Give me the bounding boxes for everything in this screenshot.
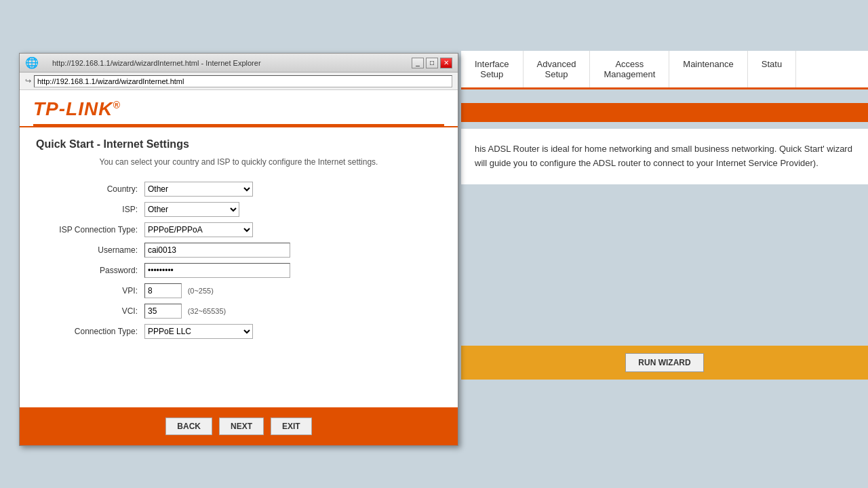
- username-input[interactable]: [144, 243, 290, 258]
- isp-connection-label: ISP Connection Type:: [36, 220, 144, 240]
- vci-input[interactable]: [144, 304, 182, 319]
- browser-title: http://192.168.1.1/wizard/wizardInternet…: [39, 59, 412, 67]
- connection-type-row: ISP Connection Type: PPPoE/PPPoA: [36, 220, 441, 240]
- nav-tab-advanced[interactable]: Advanced Setup: [524, 51, 591, 87]
- tplink-logo: TP-LINK®: [33, 98, 444, 120]
- browser-address-input[interactable]: [34, 75, 452, 87]
- exit-button[interactable]: EXIT: [271, 418, 312, 435]
- page-desc: You can select your country and ISP to q…: [36, 157, 441, 167]
- orange-bar: [461, 103, 868, 122]
- page-title: Quick Start - Internet Settings: [36, 138, 441, 150]
- back-button[interactable]: BACK: [165, 418, 212, 435]
- vpi-row: VPI: (0~255): [36, 281, 441, 301]
- router-nav-tabs: Interface Setup Advanced Setup Access Ma…: [461, 51, 868, 89]
- vpi-label: VPI:: [36, 281, 144, 301]
- conn-type-field: PPPoE LLC: [144, 321, 441, 342]
- isp-select[interactable]: Other: [144, 202, 239, 217]
- nav-tab-status[interactable]: Statu: [748, 51, 796, 87]
- country-select[interactable]: Other: [144, 182, 253, 197]
- form-table: Country: Other ISP: Other: [36, 179, 441, 342]
- next-button[interactable]: NEXT: [219, 418, 264, 435]
- browser-minimize-button[interactable]: _: [412, 58, 424, 68]
- country-row: Country: Other: [36, 179, 441, 199]
- vpi-range-hint: (0~255): [188, 287, 214, 295]
- conn-type-select[interactable]: PPPoE LLC: [144, 324, 253, 339]
- tplink-page: TP-LINK® Quick Start - Internet Settings…: [20, 90, 458, 445]
- vpi-field: (0~255): [144, 281, 441, 301]
- isp-connection-field: PPPoE/PPPoA: [144, 220, 441, 240]
- conn-type-label: Connection Type:: [36, 321, 144, 342]
- tplink-logo-bar: [33, 124, 444, 126]
- isp-field: Other: [144, 199, 441, 220]
- isp-label: ISP:: [36, 199, 144, 220]
- router-description: his ADSL Router is ideal for home networ…: [475, 144, 852, 168]
- tplink-header: TP-LINK®: [20, 90, 458, 127]
- nav-tab-access[interactable]: Access Management: [590, 51, 669, 87]
- browser-titlebar: 🌐 http://192.168.1.1/wizard/wizardIntern…: [20, 54, 458, 73]
- router-content: his ADSL Router is ideal for home networ…: [461, 129, 868, 184]
- vci-row: VCI: (32~65535): [36, 301, 441, 321]
- conn-type-row: Connection Type: PPPoE LLC: [36, 321, 441, 342]
- browser-controls: _ □ ✕: [412, 58, 452, 68]
- vci-range-hint: (32~65535): [188, 307, 226, 315]
- username-field: [144, 240, 441, 260]
- isp-row: ISP: Other: [36, 199, 441, 220]
- browser-close-button[interactable]: ✕: [440, 58, 452, 68]
- password-label: Password:: [36, 260, 144, 281]
- run-wizard-bar: RUN WIZARD: [461, 346, 868, 380]
- tplink-content: Quick Start - Internet Settings You can …: [20, 127, 458, 352]
- browser-window: 🌐 http://192.168.1.1/wizard/wizardIntern…: [19, 53, 458, 446]
- username-row: Username:: [36, 240, 441, 260]
- vci-label: VCI:: [36, 301, 144, 321]
- username-label: Username:: [36, 240, 144, 260]
- country-label: Country:: [36, 179, 144, 199]
- password-field: [144, 260, 441, 281]
- run-wizard-button[interactable]: RUN WIZARD: [625, 353, 703, 372]
- router-nav: Interface Setup Advanced Setup Access Ma…: [461, 51, 868, 89]
- vpi-input[interactable]: [144, 283, 182, 298]
- isp-connection-select[interactable]: PPPoE/PPPoA: [144, 222, 253, 237]
- country-field: Other: [144, 179, 441, 199]
- browser-maximize-button[interactable]: □: [426, 58, 438, 68]
- browser-addressbar: ↪: [20, 73, 458, 90]
- vci-field: (32~65535): [144, 301, 441, 321]
- password-input[interactable]: [144, 263, 290, 278]
- tplink-footer: BACK NEXT EXIT: [20, 407, 458, 445]
- password-row: Password:: [36, 260, 441, 281]
- nav-tab-interface[interactable]: Interface Setup: [461, 51, 524, 87]
- nav-tab-maintenance[interactable]: Maintenance: [669, 51, 747, 87]
